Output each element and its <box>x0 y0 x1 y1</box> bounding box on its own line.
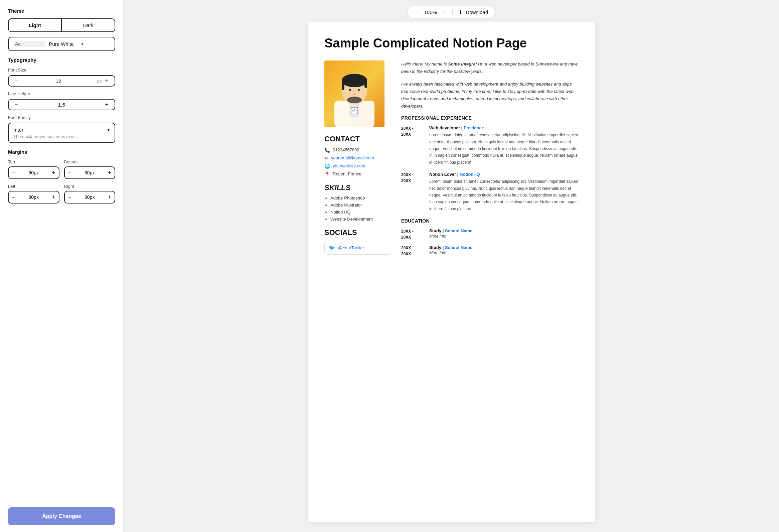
color-value: Pure White <box>49 41 77 47</box>
left-panel: Theme Light Dark Aa Pure White ▾ Typogra… <box>0 0 124 532</box>
margin-right-value: 80px <box>71 194 108 200</box>
theme-toggle: Light Dark <box>8 18 115 32</box>
exp-body-2: Notion Lover | NotionHQ Lorem ipsum dolo… <box>429 172 578 212</box>
zoom-out-button[interactable]: − <box>415 9 420 16</box>
exp-item-1: 20XX -20XX Web developer | Freelance Lor… <box>401 125 578 166</box>
line-height-label: Line Height <box>8 91 115 96</box>
zoom-in-button[interactable]: + <box>441 9 446 16</box>
line-height-input: − 1,5 + <box>8 99 115 110</box>
margin-top-decrement[interactable]: − <box>12 170 16 176</box>
edu-dates-2: 20XX -20XX <box>401 245 424 257</box>
zoom-value: 100% <box>424 9 437 15</box>
edu-link-2[interactable]: School Name <box>445 245 472 250</box>
margin-right-label: Right <box>64 184 116 189</box>
font-size-label: Font Size <box>8 67 115 72</box>
margin-top-field: Top − 60px + <box>8 160 59 179</box>
margin-top-increment[interactable]: + <box>52 170 55 176</box>
margin-right-input: − 80px + <box>64 191 116 203</box>
exp-desc-1: Lorem ipsum dolor sit amet, consectetur … <box>429 132 578 166</box>
exp-desc-2: Lorem ipsum dolor sit amet, consectetur … <box>429 178 578 212</box>
apply-changes-button[interactable]: Apply Changes <box>8 507 115 525</box>
contact-website-link[interactable]: yourwebsite.com <box>333 163 365 168</box>
skill-item-2: Adobe Illustrator <box>331 202 391 208</box>
font-family-value: Inter <box>13 127 23 133</box>
toolbar: − 100% + ⬇ Download <box>124 0 779 22</box>
contact-email-link[interactable]: youremail@gmail.com <box>331 156 374 160</box>
edu-title-1: Study | School Name <box>429 228 578 233</box>
phone-icon: 📞 <box>324 147 330 153</box>
skills-title: SKILLS <box>324 183 391 192</box>
contact-email: ✉ youremail@gmail.com <box>324 156 391 161</box>
margin-right-increment[interactable]: + <box>108 194 111 200</box>
margin-left-input: − 80px + <box>8 191 59 203</box>
edu-body-1: Study | School Name More Info <box>429 228 578 240</box>
margin-left-decrement[interactable]: − <box>12 194 16 200</box>
doc-left-column: </> CONTACT 📞 01234567890 ✉ youremail@gm… <box>324 60 391 262</box>
margin-bottom-label: Bottom <box>64 160 116 164</box>
margins-grid: Top − 60px + Bottom − 60px + Left − <box>8 160 115 203</box>
margin-left-increment[interactable]: + <box>52 194 55 200</box>
svg-rect-4 <box>364 80 367 88</box>
svg-rect-3 <box>342 80 344 90</box>
margin-top-value: 60px <box>16 170 52 175</box>
line-height-decrement[interactable]: − <box>13 102 20 108</box>
margins-label: Margins <box>8 149 115 155</box>
avatar: </> <box>324 60 384 127</box>
email-icon: ✉ <box>324 156 328 161</box>
theme-dark-button[interactable]: Dark <box>62 18 115 32</box>
typography-label: Typography <box>8 57 115 63</box>
twitter-card[interactable]: 🐦 @YourTwitter <box>324 241 391 255</box>
doc-right-column: Hello there! My name is Some Integral I'… <box>401 60 578 262</box>
margin-left-label: Left <box>8 184 59 189</box>
skill-item-1: Adobe Photoshop <box>331 195 391 200</box>
twitter-icon: 🐦 <box>329 245 336 251</box>
zoom-bar: − 100% + ⬇ Download <box>408 6 495 18</box>
font-name-row: Inter ▾ <box>13 127 110 133</box>
twitter-handle: @YourTwitter <box>338 245 364 250</box>
edu-dates-1: 20XX -20XX <box>401 228 424 240</box>
doc-title: Sample Complicated Notion Page <box>324 36 578 51</box>
edu-link-1[interactable]: School Name <box>445 228 472 233</box>
exp-link-1[interactable]: Freelance <box>464 125 484 130</box>
exp-link-2[interactable]: NotionHQ <box>460 172 480 177</box>
margins-section: Margins Top − 60px + Bottom − 60px + <box>8 149 115 203</box>
font-size-decrement[interactable]: − <box>13 78 20 84</box>
font-chevron-icon: ▾ <box>107 127 110 133</box>
exp-item-2: 20XX -20XX Notion Lover | NotionHQ Lorem… <box>401 172 578 212</box>
exp-dates-1: 20XX -20XX <box>401 125 424 166</box>
margin-top-input: − 60px + <box>8 166 59 179</box>
contact-location: 📍 Rouen, France <box>324 171 391 177</box>
theme-light-button[interactable]: Light <box>8 18 62 32</box>
edu-item-1: 20XX -20XX Study | School Name More Info <box>401 228 578 240</box>
skills-list: Adobe Photoshop Adobe Illustrator Notion… <box>324 195 391 222</box>
contact-website: 🌐 yourwebsite.com <box>324 163 391 169</box>
line-height-value: 1,5 <box>20 102 104 108</box>
margin-left-field: Left − 80px + <box>8 184 59 203</box>
font-preview-text: The quick brown fox jumps over ... <box>13 134 110 139</box>
exp-body-1: Web developer | Freelance Lorem ipsum do… <box>429 125 578 166</box>
margin-bottom-decrement[interactable]: − <box>68 170 72 176</box>
contact-title: CONTACT <box>324 135 391 143</box>
font-family-label: Font Family <box>8 115 115 120</box>
svg-point-7 <box>358 89 360 91</box>
download-button[interactable]: ⬇ Download <box>459 9 488 15</box>
font-size-increment[interactable]: + <box>104 78 110 84</box>
margin-right-field: Right − 80px + <box>64 184 116 203</box>
margin-bottom-increment[interactable]: + <box>108 170 111 176</box>
svg-point-8 <box>353 93 356 95</box>
edu-more-1: More Info <box>429 234 578 239</box>
margin-bottom-input: − 60px + <box>64 166 116 179</box>
contact-phone-value: 01234567890 <box>333 147 359 153</box>
line-height-increment[interactable]: + <box>104 102 110 108</box>
skill-item-3: Notion HQ <box>331 210 391 215</box>
exp-title-2: Notion Lover | NotionHQ <box>429 172 578 177</box>
bio-paragraph-2: I've always been fascinated with web dev… <box>401 80 578 110</box>
professional-exp-heading: PROFESSIONAL EXPERIENCE <box>401 115 578 121</box>
download-label: Download <box>466 9 488 15</box>
color-dropdown[interactable]: Aa Pure White ▾ <box>8 37 115 51</box>
svg-text:</>: </> <box>352 109 357 112</box>
bio-name: Some Integral <box>448 61 477 66</box>
socials-section: SOCIALS 🐦 @YourTwitter <box>324 228 391 255</box>
font-family-dropdown[interactable]: Inter ▾ The quick brown fox jumps over .… <box>8 123 115 143</box>
margin-right-decrement[interactable]: − <box>68 194 72 200</box>
